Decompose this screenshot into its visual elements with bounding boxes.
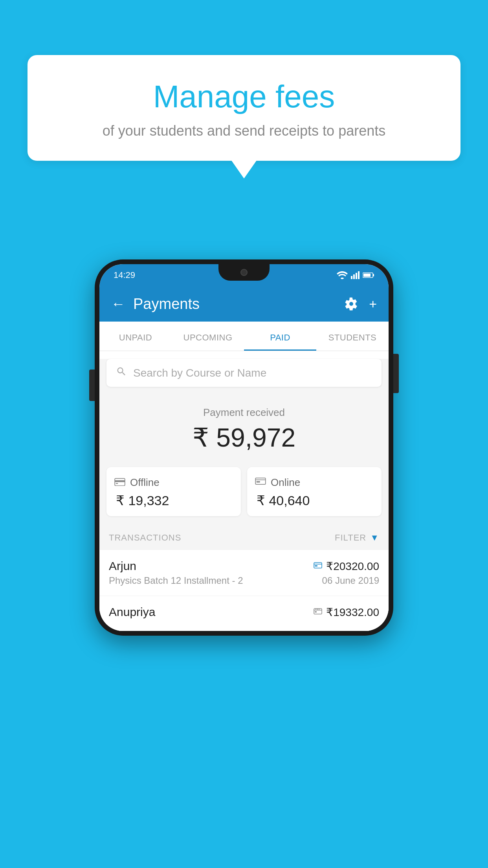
payment-received-label: Payment received xyxy=(107,406,381,419)
transaction-course: Physics Batch 12 Installment - 2 xyxy=(109,575,243,586)
svg-rect-2 xyxy=(356,273,357,279)
tab-upcoming[interactable]: UPCOMING xyxy=(172,322,244,351)
tab-paid[interactable]: PAID xyxy=(244,322,316,351)
online-payment-card: Online ₹ 40,640 xyxy=(247,467,382,516)
offline-payment-card: Offline ₹ 19,332 xyxy=(106,467,241,516)
tab-unpaid[interactable]: UNPAID xyxy=(99,322,172,351)
search-placeholder-text: Search by Course or Name xyxy=(133,367,266,379)
transaction-amount-wrap: ₹19332.00 xyxy=(314,606,379,619)
back-button[interactable]: ← xyxy=(111,296,125,312)
settings-icon[interactable] xyxy=(345,297,358,311)
svg-rect-8 xyxy=(115,480,125,482)
online-card-header: Online xyxy=(255,476,374,489)
transaction-row-bottom: Physics Batch 12 Installment - 2 06 June… xyxy=(109,575,379,586)
camera xyxy=(240,269,248,276)
svg-rect-6 xyxy=(363,274,371,277)
notch xyxy=(218,264,270,281)
status-time: 14:29 xyxy=(114,270,135,280)
svg-rect-1 xyxy=(353,274,355,279)
offline-icon xyxy=(114,476,125,489)
search-bar[interactable]: Search by Course or Name xyxy=(106,359,382,387)
status-bar: 14:29 xyxy=(99,264,389,286)
offline-amount: ₹ 19,332 xyxy=(114,493,233,508)
svg-rect-9 xyxy=(116,483,118,484)
speech-bubble-title: Manage fees xyxy=(47,79,441,115)
content-area: Search by Course or Name Payment receive… xyxy=(99,359,389,631)
transactions-header: TRANSACTIONS FILTER ▼ xyxy=(99,526,389,550)
signal-icon xyxy=(351,271,360,279)
online-icon xyxy=(255,476,266,489)
tabs-container: UNPAID UPCOMING PAID STUDENTS xyxy=(99,322,389,351)
battery-icon xyxy=(363,272,374,278)
phone-screen: 14:29 xyxy=(99,264,389,631)
transaction-row[interactable]: Arjun ₹20320.00 xyxy=(99,550,389,596)
header-actions: + xyxy=(345,296,377,312)
payment-received-amount: ₹ 59,972 xyxy=(107,423,381,453)
transaction-date: 06 June 2019 xyxy=(322,575,379,586)
transaction-name: Anupriya xyxy=(109,605,155,619)
svg-rect-13 xyxy=(315,565,317,566)
transaction-row[interactable]: Anupriya ₹19332.00 xyxy=(99,596,389,631)
svg-rect-3 xyxy=(358,271,360,279)
speech-bubble: Manage fees of your students and send re… xyxy=(28,55,460,161)
transaction-amount: ₹19332.00 xyxy=(326,606,379,619)
transaction-row-top: Arjun ₹20320.00 xyxy=(109,559,379,573)
payment-cards-container: Offline ₹ 19,332 xyxy=(99,461,389,526)
page-title: Payments xyxy=(133,296,337,313)
transaction-row-top: Anupriya ₹19332.00 xyxy=(109,605,379,619)
filter-label: FILTER xyxy=(335,533,366,543)
transactions-label: TRANSACTIONS xyxy=(109,533,181,543)
wifi-icon xyxy=(337,271,348,279)
tab-students[interactable]: STUDENTS xyxy=(316,322,389,351)
svg-rect-15 xyxy=(315,611,317,612)
transaction-amount-wrap: ₹20320.00 xyxy=(314,560,379,573)
add-button[interactable]: + xyxy=(369,296,377,312)
search-icon xyxy=(116,366,127,380)
svg-rect-11 xyxy=(257,481,260,483)
offline-label: Offline xyxy=(130,476,160,489)
transaction-name: Arjun xyxy=(109,559,136,573)
transaction-type-icon xyxy=(314,561,322,571)
filter-button[interactable]: FILTER ▼ xyxy=(335,533,379,543)
speech-bubble-container: Manage fees of your students and send re… xyxy=(28,55,460,161)
transaction-amount: ₹20320.00 xyxy=(326,560,379,573)
svg-rect-5 xyxy=(373,274,374,276)
filter-icon: ▼ xyxy=(370,533,379,543)
app-header: ← Payments + xyxy=(99,286,389,322)
payment-received-section: Payment received ₹ 59,972 xyxy=(99,395,389,461)
phone: 14:29 xyxy=(95,259,393,636)
offline-card-header: Offline xyxy=(114,476,233,489)
online-amount: ₹ 40,640 xyxy=(255,493,374,508)
online-label: Online xyxy=(271,476,300,489)
svg-rect-0 xyxy=(351,276,352,279)
transaction-type-icon xyxy=(314,607,322,617)
phone-wrapper: 14:29 xyxy=(95,259,393,636)
status-icons xyxy=(337,271,374,279)
speech-bubble-subtitle: of your students and send receipts to pa… xyxy=(47,123,441,139)
